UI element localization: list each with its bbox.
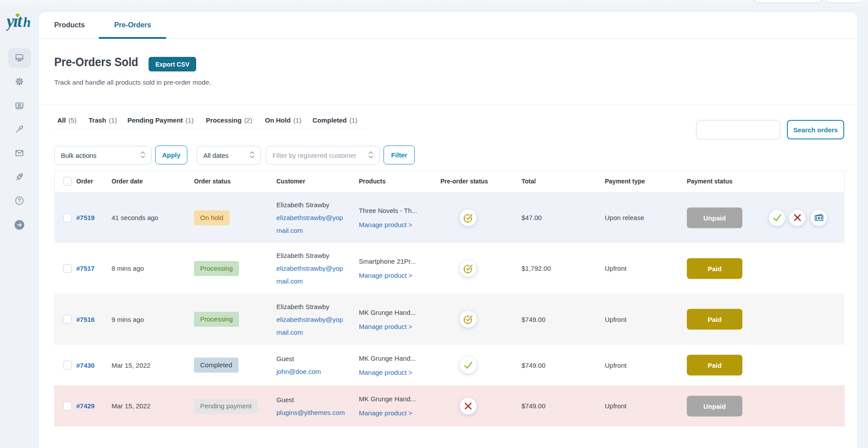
- svg-text:h: h: [23, 15, 31, 30]
- svg-text:yıt: yıt: [6, 11, 22, 31]
- svg-text:?: ?: [18, 198, 21, 204]
